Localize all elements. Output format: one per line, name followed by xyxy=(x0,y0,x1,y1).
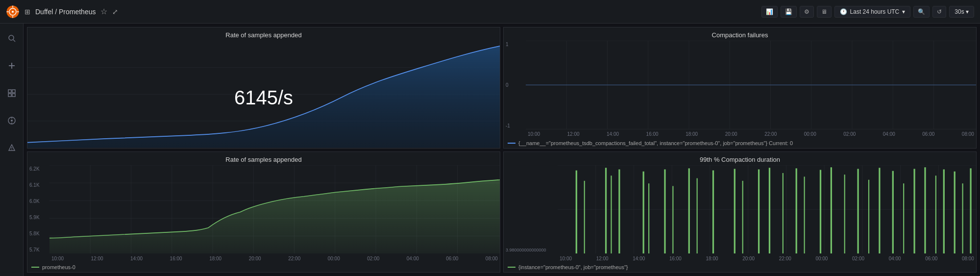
panel-rate-stat: Rate of samples appended 6145/s xyxy=(27,27,500,149)
panel-2-svg xyxy=(526,41,976,129)
grafana-logo[interactable] xyxy=(6,5,20,19)
panel-2-legend-label: {__name__="prometheus_tsdb_compactions_f… xyxy=(518,140,793,146)
topnav-right: 📊 💾 ⚙ 🖥 🕐 Last 24 hours UTC ▾ 🔍 ↺ 30s ▾ xyxy=(761,6,974,18)
panel-1-title: Rate of samples appended xyxy=(27,27,500,41)
panel-4-legend-label: {instance="prometheus-0", job="prometheu… xyxy=(518,264,628,270)
display-button[interactable]: 🖥 xyxy=(817,6,832,18)
svg-point-2 xyxy=(12,10,14,12)
chevron-down-icon: ▾ xyxy=(902,8,905,15)
add-panel-button[interactable]: 📊 xyxy=(761,6,778,18)
svg-rect-12 xyxy=(12,90,15,93)
panel-4-chart-area xyxy=(558,165,976,254)
interval-button[interactable]: 30s ▾ xyxy=(949,6,974,18)
panel-4-title: 99th % Compaction duration xyxy=(504,152,976,165)
panel-rate-line: Rate of samples appended 6.2K 6.1K 6.0K … xyxy=(27,151,500,273)
panel-3-content: 6.2K 6.1K 6.0K 5.9K 5.8K 5.7K xyxy=(27,165,500,264)
panel-3-svg xyxy=(49,165,500,254)
svg-point-16 xyxy=(11,120,13,122)
stat-number: 6145 xyxy=(234,87,278,108)
save-button[interactable]: 💾 xyxy=(781,6,797,18)
time-range-label: Last 24 hours UTC xyxy=(850,8,900,15)
panel-4-x-axis: 10:00 12:00 14:00 16:00 18:00 20:00 22:0… xyxy=(558,253,976,263)
sidebar-item-dashboards[interactable] xyxy=(3,84,21,102)
sidebar-item-add[interactable] xyxy=(3,57,21,75)
time-range-button[interactable]: 🕐 Last 24 hours UTC ▾ xyxy=(834,6,911,18)
svg-point-20 xyxy=(11,149,12,150)
panel-3-title: Rate of samples appended xyxy=(27,152,500,165)
panel-4-svg xyxy=(558,165,976,254)
sidebar-item-search[interactable] xyxy=(3,29,21,47)
y-label-neg1: -1 xyxy=(506,123,524,128)
zoom-out-button[interactable]: 🔍 xyxy=(913,6,930,18)
panel-compaction-failures: Compaction failures 1 0 -1 xyxy=(503,27,977,149)
topnav: ⊞ Duffel / Prometheus ☆ ⤢ 📊 💾 ⚙ 🖥 🕐 Last… xyxy=(0,0,980,24)
stat-unit: /s xyxy=(278,87,293,108)
panel-4-y-axis: 3.980000000000000 xyxy=(504,165,558,254)
svg-rect-13 xyxy=(8,94,11,97)
refresh-button[interactable]: ↺ xyxy=(932,6,946,18)
svg-rect-14 xyxy=(12,94,15,97)
panel-3-chart-area xyxy=(49,165,500,254)
star-icon[interactable]: ☆ xyxy=(100,7,107,16)
panel-4-legend: {instance="prometheus-0", job="prometheu… xyxy=(504,263,976,272)
panel-2-y-axis: 1 0 -1 xyxy=(504,41,526,129)
panel-compaction-duration: 99th % Compaction duration 3.98000000000… xyxy=(503,151,977,273)
panel-2-x-axis: 10:00 12:00 14:00 16:00 18:00 20:00 22:0… xyxy=(526,129,976,139)
panel-1-content: 6145/s xyxy=(27,41,500,148)
panel-2-title: Compaction failures xyxy=(504,27,976,41)
breadcrumb-title: Duffel / Prometheus xyxy=(35,8,96,16)
svg-rect-11 xyxy=(8,90,11,93)
panel-3-y-axis: 6.2K 6.1K 6.0K 5.9K 5.8K 5.7K xyxy=(27,165,49,254)
y-label-0: 0 xyxy=(506,82,524,88)
panel-3-legend-label: prometheus-0 xyxy=(42,264,75,270)
settings-button[interactable]: ⚙ xyxy=(800,6,814,18)
panel-3-x-axis: 10:00 12:00 14:00 16:00 18:00 20:00 22:0… xyxy=(49,253,500,263)
panel-2-content: 1 0 -1 xyxy=(504,41,976,139)
stat-value: 6145/s xyxy=(234,72,293,112)
panel-2-chart-area xyxy=(526,41,976,129)
svg-point-7 xyxy=(9,35,14,40)
layout: Rate of samples appended 6145/s xyxy=(0,24,980,276)
panel-2-legend: {__name__="prometheus_tsdb_compactions_f… xyxy=(504,139,976,148)
dashboard-grid-icon: ⊞ xyxy=(24,8,30,16)
panel-4-content: 3.980000000000000 xyxy=(504,165,976,264)
share-icon[interactable]: ⤢ xyxy=(112,8,118,16)
interval-chevron: ▾ xyxy=(966,8,969,15)
panel-2-legend-line xyxy=(508,143,515,144)
svg-line-8 xyxy=(13,40,15,42)
main-grid: Rate of samples appended 6145/s xyxy=(24,24,980,276)
sidebar xyxy=(0,24,24,276)
sidebar-item-alerting[interactable] xyxy=(3,139,21,157)
sidebar-item-explore[interactable] xyxy=(3,112,21,129)
interval-label: 30s xyxy=(955,8,964,15)
panel-3-legend-line xyxy=(31,267,39,268)
topnav-left: ⊞ Duffel / Prometheus ☆ ⤢ xyxy=(6,5,118,19)
panel-4-legend-line xyxy=(508,267,515,268)
clock-icon: 🕐 xyxy=(840,8,847,15)
breadcrumb: Duffel / Prometheus xyxy=(35,8,96,16)
y-label-1: 1 xyxy=(506,42,524,47)
panel-3-legend: prometheus-0 xyxy=(27,263,500,272)
